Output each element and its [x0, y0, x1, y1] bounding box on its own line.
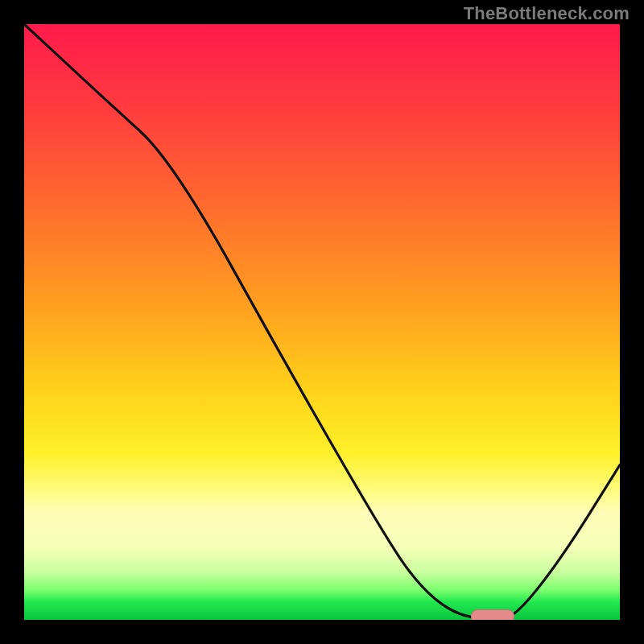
chart-svg	[24, 24, 620, 620]
optimal-range-marker	[471, 609, 514, 620]
bottleneck-curve	[24, 24, 620, 620]
chart-frame: TheBottleneck.com	[0, 0, 644, 644]
watermark-label: TheBottleneck.com	[464, 3, 630, 24]
plot-area	[24, 24, 620, 620]
